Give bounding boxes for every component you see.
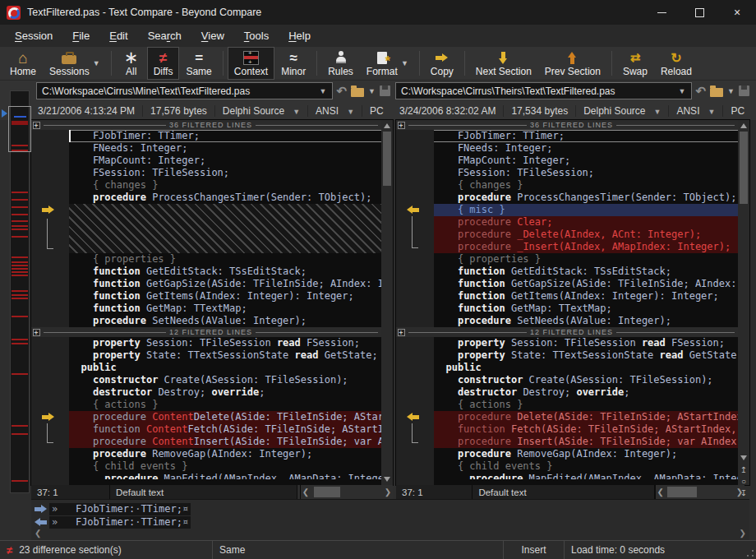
chevron-down-icon[interactable]: ▼ bbox=[313, 87, 327, 95]
menu-edit[interactable]: Edit bbox=[99, 26, 137, 45]
context-button[interactable]: Context bbox=[228, 47, 274, 80]
code-line[interactable]: procedure _Delete(AIndex, ACnt: Integer)… bbox=[396, 229, 738, 241]
menu-session[interactable]: Session bbox=[5, 26, 62, 45]
code-line[interactable]: FMapCount: Integer; bbox=[396, 155, 738, 167]
save-icon[interactable] bbox=[380, 85, 390, 96]
left-syntax-select[interactable]: Delphi Source▼ bbox=[214, 105, 307, 117]
expand-icon[interactable]: + bbox=[398, 122, 405, 129]
code-line[interactable]: function GetEditStack: TSsEditStack; bbox=[396, 266, 738, 278]
close-button[interactable]: × bbox=[718, 0, 756, 25]
copy-button[interactable]: Copy bbox=[424, 47, 460, 80]
left-encoding-select[interactable]: ANSI▼ bbox=[307, 105, 362, 117]
scroll-down-icon[interactable] bbox=[740, 455, 747, 460]
code-line[interactable]: procedure SetNeeds(AValue: Integer); bbox=[31, 315, 381, 327]
code-line[interactable]: procedure ProcessChangesTimer(Sender: TO… bbox=[396, 192, 738, 204]
right-encoding-select[interactable]: ANSI▼ bbox=[668, 105, 722, 117]
diff-overview-strip[interactable] bbox=[10, 90, 30, 493]
copy-section-arrow-icon[interactable] bbox=[407, 413, 419, 422]
code-line[interactable]: property Session: TFileSession read FSes… bbox=[31, 337, 381, 349]
code-line[interactable]: procedure _Insert(AIndex, AMapIndex: Int… bbox=[396, 241, 738, 253]
scroll-left-icon[interactable]: ❮ bbox=[301, 485, 311, 499]
code-line[interactable]: { changes } bbox=[396, 179, 738, 192]
diffs-button[interactable]: ≠Diffs bbox=[147, 47, 180, 80]
code-line[interactable]: constructor Create(ASession: TFileSessio… bbox=[396, 374, 738, 386]
code-line[interactable]: { actions } bbox=[396, 399, 738, 411]
next-diff-icon[interactable]: ↧ bbox=[738, 488, 749, 498]
copy-section-arrow-icon[interactable] bbox=[407, 206, 419, 215]
left-horizontal-scrollbar[interactable]: ❮ ❯ bbox=[301, 485, 393, 499]
code-line[interactable]: FJobTimer: TTimer; bbox=[396, 130, 738, 142]
code-line[interactable]: destructor Destroy; override; bbox=[31, 386, 381, 399]
code-line[interactable]: procedure ContentDelete(ASide: TFileInSi… bbox=[31, 411, 381, 423]
code-line[interactable]: function GetEditStack: TSsEditStack; bbox=[31, 266, 381, 278]
maximize-button[interactable] bbox=[680, 0, 718, 25]
same-button[interactable]: =Same bbox=[179, 47, 218, 80]
code-line[interactable]: { properties } bbox=[31, 253, 381, 266]
right-vertical-scrollbar[interactable]: ↥ ○ ↧ bbox=[738, 120, 749, 485]
scrollbar-thumb[interactable] bbox=[667, 487, 697, 497]
code-line[interactable]: procedure Delete(ASide: TFileInSide; ASt… bbox=[396, 411, 738, 423]
code-line[interactable]: function GetItems(AIndex: Integer): Inte… bbox=[396, 290, 738, 303]
scroll-right-icon[interactable]: ❯ bbox=[740, 529, 746, 538]
chevron-down-icon[interactable]: ▼ bbox=[93, 59, 100, 67]
code-line[interactable]: function ContentFetch(ASide: TFileInSide… bbox=[31, 423, 381, 436]
scrollbar-thumb[interactable] bbox=[740, 132, 748, 204]
code-line[interactable]: procedure RemoveGap(AIndex: Integer); bbox=[396, 448, 738, 460]
sessions-button[interactable]: Sessions▼ bbox=[43, 47, 107, 80]
detail-line[interactable]: » FJobTimer:·TTimer;¤ bbox=[31, 515, 749, 529]
code-line[interactable]: procedure RemoveGap(AIndex: Integer); bbox=[31, 448, 381, 460]
code-line[interactable]: property Session: TFileSession read FSes… bbox=[396, 337, 738, 349]
expand-icon[interactable]: + bbox=[398, 329, 405, 336]
right-line-format[interactable]: PC bbox=[722, 105, 752, 117]
code-line[interactable]: property State: TTextSessionState read G… bbox=[31, 349, 381, 362]
code-line[interactable]: procedure Insert(ASide: TFileInSide; var… bbox=[396, 436, 738, 448]
center-diff-icon[interactable]: ○ bbox=[738, 477, 749, 487]
scroll-up-icon[interactable] bbox=[384, 123, 390, 128]
expand-icon[interactable]: + bbox=[33, 329, 40, 336]
detail-horizontal-scrollbar[interactable]: ❮ ❯ bbox=[31, 529, 749, 537]
right-horizontal-scrollbar[interactable]: ❮ ❯ bbox=[656, 485, 744, 499]
code-line[interactable]: function GetGapSize(ASide: TFileInSide; … bbox=[31, 278, 381, 290]
code-line[interactable]: procedure SetNeeds(AValue: Integer); bbox=[396, 315, 738, 327]
left-path-combo[interactable]: C:\Workspace\Cirrus\Mine\Text\TextFilter… bbox=[36, 82, 333, 99]
code-line[interactable]: public bbox=[31, 362, 381, 374]
code-line[interactable]: FSession: TFileSession; bbox=[31, 167, 381, 179]
chevron-down-icon[interactable]: ▼ bbox=[368, 87, 376, 95]
code-line[interactable]: { changes } bbox=[31, 179, 381, 192]
chevron-down-icon[interactable]: ▼ bbox=[727, 87, 735, 95]
chevron-down-icon[interactable]: ▼ bbox=[672, 87, 686, 95]
minimize-button[interactable] bbox=[643, 0, 680, 25]
chevron-down-icon[interactable]: ▼ bbox=[401, 59, 408, 67]
next-section-button[interactable]: Next Section bbox=[469, 47, 538, 80]
menu-file[interactable]: File bbox=[62, 26, 99, 45]
detail-line[interactable]: » FJobTimer:·TTimer;¤ bbox=[31, 502, 749, 515]
menu-tools[interactable]: Tools bbox=[234, 26, 279, 45]
code-line[interactable]: FMapCount: Integer; bbox=[31, 155, 381, 167]
code-line[interactable]: destructor Destroy; override; bbox=[396, 386, 738, 399]
scroll-left-icon[interactable]: ❮ bbox=[656, 485, 666, 499]
left-vertical-scrollbar[interactable] bbox=[381, 120, 393, 485]
copy-section-arrow-icon[interactable] bbox=[42, 206, 54, 215]
code-line[interactable]: FJobTimer: TTimer; bbox=[31, 130, 381, 142]
code-line[interactable]: constructor Create(ASession: TFileSessio… bbox=[31, 374, 381, 386]
revert-icon[interactable]: ↶ bbox=[696, 84, 707, 99]
code-line[interactable]: function GetItems(AIndex: Integer): Inte… bbox=[31, 290, 381, 303]
code-line[interactable]: function GetMap: TTextMap; bbox=[31, 303, 381, 315]
minor-button[interactable]: ≈Minor bbox=[274, 47, 312, 80]
revert-icon[interactable]: ↶ bbox=[337, 84, 348, 99]
scroll-up-icon[interactable] bbox=[740, 123, 747, 128]
right-syntax-select[interactable]: Delphi Source▼ bbox=[575, 105, 668, 117]
code-line[interactable]: procedure Clear; bbox=[396, 216, 738, 229]
code-line[interactable]: function GetGapSize(ASide: TFileInSide; … bbox=[396, 278, 738, 290]
code-line[interactable]: FNeeds: Integer; bbox=[396, 142, 738, 155]
scrollbar-thumb[interactable] bbox=[383, 132, 391, 186]
code-line[interactable]: function Fetch(ASide: TFileInSide; AStar… bbox=[396, 423, 738, 436]
code-line[interactable]: { properties } bbox=[396, 253, 738, 266]
scrollbar-thumb[interactable] bbox=[314, 487, 340, 497]
copy-section-arrow-icon[interactable] bbox=[42, 413, 54, 422]
code-line[interactable]: { child events } bbox=[31, 460, 381, 473]
menu-view[interactable]: View bbox=[191, 26, 234, 45]
code-line[interactable]: { actions } bbox=[31, 399, 381, 411]
code-line[interactable]: procedure ProcessChangesTimer(Sender: TO… bbox=[31, 192, 381, 204]
swap-button[interactable]: ⇄Swap bbox=[616, 47, 654, 80]
